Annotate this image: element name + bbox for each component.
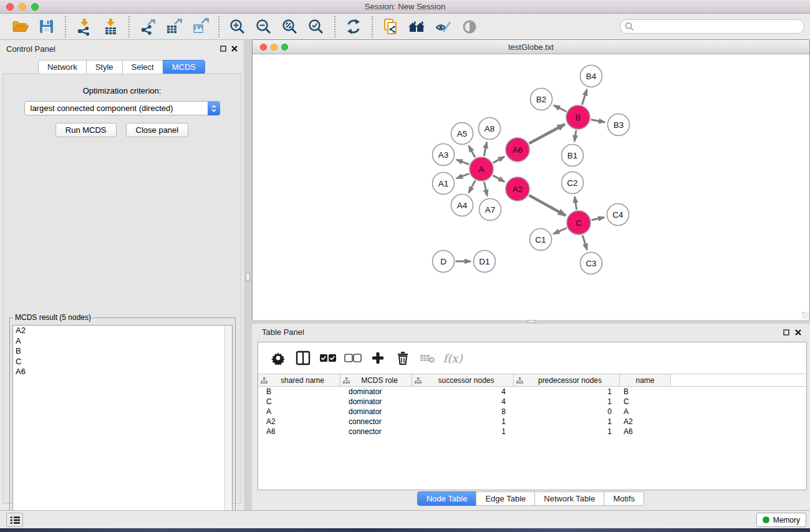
- mcds-result-item[interactable]: A6: [13, 367, 232, 377]
- edge-A-A1[interactable]: [456, 173, 469, 178]
- node-A2[interactable]: A2: [506, 177, 529, 201]
- mcds-result-item[interactable]: A: [13, 336, 232, 347]
- mcds-result-item[interactable]: C: [13, 357, 232, 367]
- save-session-icon[interactable]: [36, 16, 58, 38]
- table-row[interactable]: A6connector11A6: [258, 427, 806, 437]
- zoom-out-icon[interactable]: [253, 16, 275, 38]
- edge-B-B3[interactable]: [591, 120, 605, 122]
- edge-C-C1[interactable]: [554, 228, 567, 233]
- mcds-result-list[interactable]: A2ABCA6: [12, 325, 233, 530]
- mcds-result-item[interactable]: B: [13, 346, 232, 357]
- network-snapshot-icon[interactable]: [380, 16, 402, 38]
- column-header-name[interactable]: name: [620, 374, 671, 386]
- import-network-icon[interactable]: [73, 16, 95, 38]
- edge-B-B2[interactable]: [554, 105, 566, 112]
- show-columns-icon[interactable]: [293, 348, 313, 368]
- edge-C-C3[interactable]: [582, 235, 587, 249]
- node-D1[interactable]: D1: [474, 251, 496, 273]
- task-history-button[interactable]: [6, 513, 23, 527]
- edge-A-A6[interactable]: [493, 157, 504, 163]
- edge-A2-C[interactable]: [529, 195, 566, 215]
- edge-A-A2[interactable]: [493, 175, 504, 181]
- edge-B-B4[interactable]: [582, 89, 587, 105]
- select-all-columns-icon[interactable]: [318, 348, 338, 368]
- column-header-predecessor-nodes[interactable]: predecessor nodes: [514, 374, 620, 386]
- unselect-all-columns-icon[interactable]: [343, 348, 363, 368]
- node-A1[interactable]: A1: [433, 173, 455, 195]
- criterion-dropdown[interactable]: largest connected component (directed): [24, 101, 220, 115]
- node-C4[interactable]: C4: [607, 204, 629, 226]
- window-resize-grip[interactable]: [802, 312, 809, 319]
- table-row[interactable]: Cdominator41C: [258, 397, 806, 407]
- node-C2[interactable]: C2: [562, 172, 584, 194]
- node-A4[interactable]: A4: [451, 195, 473, 216]
- table-row[interactable]: A2connector11A2: [258, 417, 806, 427]
- mcds-result-item[interactable]: A2: [13, 326, 232, 336]
- node-A7[interactable]: A7: [480, 199, 501, 221]
- tab-motifs[interactable]: Motifs: [604, 491, 644, 506]
- birds-eye-view-icon[interactable]: [458, 16, 481, 38]
- edge-B-B1[interactable]: [574, 130, 576, 142]
- export-network-icon[interactable]: [137, 16, 159, 38]
- control-tab-network[interactable]: Network: [38, 60, 87, 74]
- result-list-scrollbar[interactable]: [224, 326, 232, 530]
- node-B3[interactable]: B3: [608, 114, 630, 136]
- edge-A-A4[interactable]: [469, 181, 475, 193]
- table-options-icon[interactable]: [268, 348, 288, 368]
- node-C3[interactable]: C3: [581, 253, 602, 274]
- search-box[interactable]: [620, 19, 804, 34]
- float-panel-icon[interactable]: [220, 46, 226, 52]
- node-C[interactable]: C: [567, 211, 591, 235]
- tab-network-table[interactable]: Network Table: [534, 491, 604, 506]
- node-A[interactable]: A: [470, 157, 493, 181]
- control-tab-select[interactable]: Select: [122, 60, 163, 74]
- open-file-icon[interactable]: [9, 16, 32, 38]
- memory-button[interactable]: Memory: [756, 513, 806, 527]
- column-header-shared-name[interactable]: shared name: [258, 374, 340, 386]
- zoom-in-icon[interactable]: [226, 16, 249, 38]
- edge-C-C4[interactable]: [592, 218, 604, 220]
- close-panel-icon[interactable]: [231, 46, 238, 52]
- node-A6[interactable]: A6: [506, 138, 529, 162]
- import-table-icon[interactable]: [99, 16, 122, 38]
- run-mcds-button[interactable]: Run MCDS: [55, 123, 117, 137]
- control-tab-style[interactable]: Style: [86, 60, 123, 74]
- refresh-layout-icon[interactable]: [342, 16, 365, 38]
- node-A5[interactable]: A5: [451, 123, 473, 145]
- zoom-selected-icon[interactable]: [305, 16, 327, 38]
- table-row[interactable]: Bdominator41B: [258, 387, 806, 397]
- home-icon[interactable]: [406, 16, 428, 38]
- close-table-panel-icon[interactable]: [795, 329, 801, 336]
- export-table-icon[interactable]: [163, 16, 185, 38]
- node-B2[interactable]: B2: [531, 89, 552, 110]
- edge-A-A7[interactable]: [484, 182, 487, 196]
- node-C1[interactable]: C1: [530, 229, 552, 251]
- zoom-fit-icon[interactable]: [279, 16, 301, 38]
- edge-A-A3[interactable]: [456, 160, 469, 165]
- edge-A6-B[interactable]: [529, 124, 565, 143]
- close-panel-button[interactable]: Close panel: [126, 123, 189, 137]
- edge-A-A5[interactable]: [469, 146, 475, 158]
- horizontal-splitter-handle[interactable]: [528, 320, 536, 323]
- column-header-MCDS-role[interactable]: MCDS role: [340, 374, 412, 386]
- control-tab-mcds[interactable]: MCDS: [163, 60, 205, 74]
- edge-C-C2[interactable]: [574, 196, 576, 210]
- search-input[interactable]: [634, 20, 804, 33]
- column-header-successor-nodes[interactable]: successor nodes: [412, 374, 514, 386]
- node-D[interactable]: D: [433, 251, 455, 273]
- edge-A-A8[interactable]: [484, 142, 486, 156]
- export-image-icon[interactable]: [189, 16, 211, 38]
- node-B[interactable]: B: [566, 105, 590, 129]
- node-A8[interactable]: A8: [479, 118, 501, 140]
- node-B4[interactable]: B4: [581, 65, 602, 87]
- tab-edge-table[interactable]: Edge Table: [476, 491, 535, 506]
- create-column-icon[interactable]: [368, 348, 388, 368]
- hide-graphics-details-icon[interactable]: [432, 16, 455, 38]
- node-A3[interactable]: A3: [433, 144, 455, 166]
- float-table-panel-icon[interactable]: [783, 329, 789, 336]
- network-graph-canvas[interactable]: B4B2BB3A8A5A6A3B1AC2A1A2A4A7C4CC1C3DD1: [253, 55, 809, 320]
- delete-columns-icon[interactable]: [393, 348, 413, 368]
- node-B1[interactable]: B1: [562, 145, 584, 167]
- vertical-splitter-handle[interactable]: [246, 273, 250, 281]
- table-row[interactable]: Adominator80A: [258, 407, 806, 417]
